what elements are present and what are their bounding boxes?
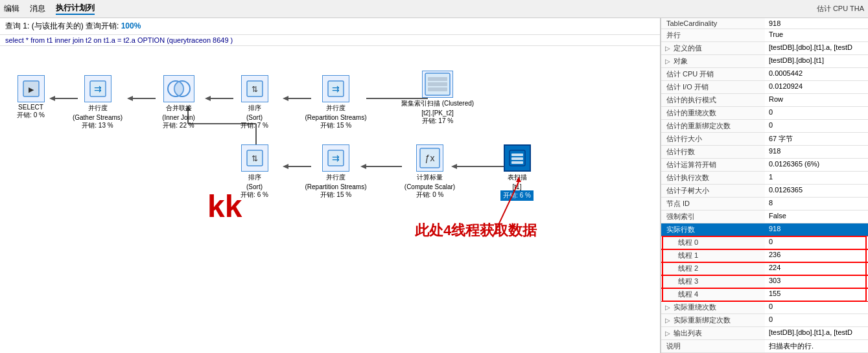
property-row: ▷ 对象[testDB].[dbo].[t1] xyxy=(661,55,868,68)
right-panel[interactable]: TableCardinality918并行True▷ 定义的值[testDB].… xyxy=(661,18,868,353)
prop-name-cell: 估计 I/O 开销 xyxy=(661,81,765,94)
prop-name-text: 实际行数 xyxy=(666,225,695,233)
compute-cost: 开销: 0 % xyxy=(416,190,444,199)
prop-value-cell: 67 字节 xyxy=(765,133,868,146)
prop-name-text: 估计 I/O 开销 xyxy=(666,83,709,91)
node-clustered[interactable]: 聚集索引扫描 (Clustered) [t2].[PK_t2] 开销: 17 % xyxy=(395,71,480,126)
prop-value-cell: False xyxy=(765,211,868,223)
prop-name-text: 节点 ID xyxy=(666,199,690,207)
prop-name-cell: ▷ 定义的值 xyxy=(661,42,765,55)
sort1-icon: ⇅ xyxy=(241,75,268,102)
expand-icon[interactable]: ▷ xyxy=(665,304,674,311)
query-title: 查询 1: (与该批有关的) 查询开销: 100% xyxy=(5,21,141,30)
prop-name-text: 估计行大小 xyxy=(666,135,702,142)
compute-sublabel: (Compute Scalar) xyxy=(405,183,455,190)
prop-name-text: 线程 4 xyxy=(665,290,698,298)
left-panel: 查询 1: (与该批有关的) 查询开销: 100% select * from … xyxy=(0,18,661,353)
execution-plan[interactable]: ▶ SELECT 开销: 0 % ⇉ 并行度 (Gather Streams) … xyxy=(0,46,660,353)
property-row: 估计的重绕次数0 xyxy=(661,107,868,120)
tablescan-label: 表扫描 xyxy=(508,173,527,182)
prop-value-cell: 0 xyxy=(765,107,868,120)
prop-name-cell: 估计的重新绑定次数 xyxy=(661,120,765,133)
node-select[interactable]: ▶ SELECT 开销: 0 % xyxy=(3,75,58,120)
prop-value-cell: [testDB].[dbo].[t1] xyxy=(765,55,868,68)
expand-icon[interactable]: ▷ xyxy=(665,45,674,52)
svg-rect-30 xyxy=(428,77,447,81)
expand-icon[interactable]: ▷ xyxy=(665,317,674,324)
node-repartition2[interactable]: ⇉ 并行度 (Repartition Streams) 开销: 15 % xyxy=(303,144,368,199)
expand-icon[interactable]: ▷ xyxy=(665,330,674,337)
repartition2-sublabel: (Repartition Streams) xyxy=(305,183,366,190)
toolbar-execplan[interactable]: 执行计划列 xyxy=(56,3,95,15)
query-title-text: 查询 1: (与该批有关的) 查询开销: xyxy=(5,21,121,30)
prop-value-cell: 0.0126365 xyxy=(765,185,868,198)
sort1-cost: 开销: 7 % xyxy=(240,121,268,130)
prop-name-text: 线程 1 xyxy=(665,251,698,259)
repartition1-label: 并行度 xyxy=(326,104,346,113)
innerjoin-sublabel: (Inner Join) xyxy=(162,114,195,121)
prop-value-cell: 0 xyxy=(765,236,868,249)
property-row: 估计行数918 xyxy=(661,146,868,159)
property-row: 估计执行次数1 xyxy=(661,172,868,185)
prop-name-cell: 估计的重绕次数 xyxy=(661,107,765,120)
tablescan-sublabel: [t1] xyxy=(513,183,522,190)
sql-text: select * from t1 inner join t2 on t1.a =… xyxy=(5,36,233,44)
property-row: ▷ 实际重绕次数0 xyxy=(661,301,868,314)
sort1-label: 排序 xyxy=(248,104,261,113)
prop-value-cell: 224 xyxy=(765,262,868,275)
property-row: ▷ 定义的值[testDB].[dbo].[t1].a, [testD xyxy=(661,42,868,55)
property-row: 估计子树大小0.0126365 xyxy=(661,185,868,198)
innerjoin-cost: 开销: 22 % xyxy=(163,121,194,130)
compute-label: 计算标量 xyxy=(417,173,443,182)
svg-text:⇉: ⇉ xyxy=(332,84,340,94)
prop-name-text: 估计子树大小 xyxy=(666,187,709,194)
toolbar-messages[interactable]: 消息 xyxy=(30,3,45,14)
gather1-sublabel: (Gather Streams) xyxy=(73,114,123,121)
node-repartition1[interactable]: ⇉ 并行度 (Repartition Streams) 开销: 15 % xyxy=(303,75,368,130)
prop-name-text: 估计的执行模式 xyxy=(666,96,716,104)
clustered-cost: 开销: 17 % xyxy=(422,117,453,126)
node-tablescan[interactable]: 表扫描 [t1] 开销: 6 % xyxy=(489,144,545,201)
prop-value-cell: 0.0126365 (6%) xyxy=(765,159,868,172)
svg-text:⇅: ⇅ xyxy=(252,154,258,163)
node-select-cost: 开销: 0 % xyxy=(17,111,45,120)
prop-name-text: 估计执行次数 xyxy=(666,174,709,181)
prop-value-cell: 303 xyxy=(765,275,868,288)
prop-name-cell: 估计子树大小 xyxy=(661,185,765,198)
node-gather1[interactable]: ⇉ 并行度 (Gather Streams) 开销: 13 % xyxy=(70,75,125,130)
prop-name-text: 估计运算符开销 xyxy=(666,161,716,168)
prop-name-cell: 并行 xyxy=(661,29,765,42)
content-area: 查询 1: (与该批有关的) 查询开销: 100% select * from … xyxy=(0,18,868,353)
repartition1-icon: ⇉ xyxy=(322,75,349,102)
prop-name-cell: ▷ 对象 xyxy=(661,55,765,68)
node-compute[interactable]: ƒx 计算标量 (Compute Scalar) 开销: 0 % xyxy=(394,144,465,199)
node-sort1[interactable]: ⇅ 排序 (Sort) 开销: 7 % xyxy=(227,75,282,130)
plan-canvas: ▶ SELECT 开销: 0 % ⇉ 并行度 (Gather Streams) … xyxy=(0,46,648,266)
prop-name-text: 估计行数 xyxy=(666,148,695,155)
prop-name-cell: 线程 4 xyxy=(661,288,765,301)
prop-name-cell: 估计运算符开销 xyxy=(661,159,765,172)
prop-value-cell: 8 xyxy=(765,198,868,211)
prop-name-text: 线程 0 xyxy=(665,238,698,246)
prop-name-cell: TableCardinality xyxy=(661,18,765,29)
compute-icon: ƒx xyxy=(416,144,443,172)
prop-name-cell: 估计执行次数 xyxy=(661,172,765,185)
sort2-cost: 开销: 6 % xyxy=(240,190,268,199)
sort2-sublabel: (Sort) xyxy=(246,183,263,190)
prop-name-cell: 估计行数 xyxy=(661,146,765,159)
node-innerjoin[interactable]: 合并联接 (Inner Join) 开销: 22 % xyxy=(148,75,209,130)
property-row: 强制索引False xyxy=(661,211,868,223)
prop-value-cell: 236 xyxy=(765,249,868,262)
clustered-label: 聚集索引扫描 (Clustered) xyxy=(401,99,474,108)
query-percent: 100% xyxy=(121,21,141,30)
svg-marker-6 xyxy=(127,96,133,101)
prop-name-cell: ▷ 实际重绕次数 xyxy=(661,301,765,314)
prop-name-text: 实际重新绑定次数 xyxy=(674,316,731,324)
property-row: 实际行数918 xyxy=(661,223,868,236)
property-row: 估计 I/O 开销0.0120924 xyxy=(661,81,868,94)
toolbar-edit[interactable]: 编辑 xyxy=(4,3,19,14)
clustered-sublabel: [t2].[PK_t2] xyxy=(421,109,453,117)
sort2-label: 排序 xyxy=(248,173,261,182)
property-row: ▷ 输出列表[testDB].[dbo].[t1].a, [testD xyxy=(661,327,868,340)
expand-icon[interactable]: ▷ xyxy=(665,58,674,65)
